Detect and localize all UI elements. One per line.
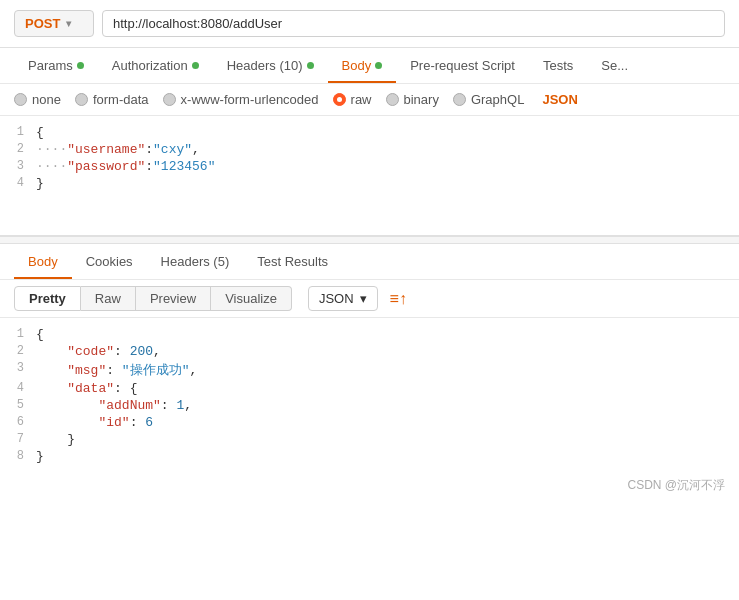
resp-line-2: 2 "code": 200, (0, 343, 739, 360)
radio-graphql[interactable]: GraphQL (453, 92, 524, 107)
radio-none[interactable]: none (14, 92, 61, 107)
radio-urlencoded-circle (163, 93, 176, 106)
req-code-3: ····"password":"123456" (36, 159, 215, 174)
resp-tab-headers-label: Headers (5) (161, 254, 230, 269)
tab-body-label: Body (342, 58, 372, 73)
resp-linenum-2: 2 (0, 344, 36, 358)
resp-tab-cookies-label: Cookies (86, 254, 133, 269)
method-text: POST (25, 16, 60, 31)
resp-tab-body[interactable]: Body (14, 244, 72, 279)
resp-code-3: "msg": "操作成功", (36, 361, 197, 379)
tab-tests[interactable]: Tests (529, 48, 587, 83)
watermark-text: CSDN @沉河不浮 (627, 478, 725, 492)
req-code-2: ····"username":"cxy", (36, 142, 200, 157)
body-dot (375, 62, 382, 69)
filter-icon[interactable]: ≡↑ (390, 290, 407, 308)
authorization-dot (192, 62, 199, 69)
req-linenum-4: 4 (0, 176, 36, 190)
params-dot (77, 62, 84, 69)
resp-line-6: 6 "id": 6 (0, 414, 739, 431)
req-line-4: 4 } (0, 175, 739, 192)
req-linenum-2: 2 (0, 142, 36, 156)
tab-prerequest[interactable]: Pre-request Script (396, 48, 529, 83)
fmt-raw[interactable]: Raw (81, 286, 136, 311)
fmt-visualize[interactable]: Visualize (211, 286, 292, 311)
fmt-preview[interactable]: Preview (136, 286, 211, 311)
response-code: 1 { 2 "code": 200, 3 "msg": "操作成功", 4 "d… (0, 318, 739, 473)
resp-line-7: 7 } (0, 431, 739, 448)
tab-settings-label: Se... (601, 58, 628, 73)
resp-line-4: 4 "data": { (0, 380, 739, 397)
req-code-1: { (36, 125, 44, 140)
resp-linenum-3: 3 (0, 361, 36, 375)
format-bar: Pretty Raw Preview Visualize JSON ▾ ≡↑ (0, 280, 739, 318)
method-select[interactable]: POST ▾ (14, 10, 94, 37)
req-line-1: 1 { (0, 124, 739, 141)
format-right: JSON ▾ ≡↑ (308, 286, 407, 311)
json-dropdown-label: JSON (319, 291, 354, 306)
resp-line-5: 5 "addNum": 1, (0, 397, 739, 414)
tab-settings[interactable]: Se... (587, 48, 642, 83)
tab-params[interactable]: Params (14, 48, 98, 83)
radio-urlencoded-label: x-www-form-urlencoded (181, 92, 319, 107)
resp-code-7: } (36, 432, 75, 447)
radio-raw-label: raw (351, 92, 372, 107)
resp-linenum-7: 7 (0, 432, 36, 446)
resp-code-6: "id": 6 (36, 415, 153, 430)
resp-tab-headers[interactable]: Headers (5) (147, 244, 244, 279)
resp-tab-testresults-label: Test Results (257, 254, 328, 269)
resp-linenum-8: 8 (0, 449, 36, 463)
radio-binary[interactable]: binary (386, 92, 439, 107)
resp-code-4: "data": { (36, 381, 137, 396)
radio-binary-label: binary (404, 92, 439, 107)
request-code-editor[interactable]: 1 { 2 ····"username":"cxy", 3 ····"passw… (0, 116, 739, 236)
resp-linenum-6: 6 (0, 415, 36, 429)
fmt-pretty[interactable]: Pretty (14, 286, 81, 311)
tab-headers[interactable]: Headers (10) (213, 48, 328, 83)
resp-line-3: 3 "msg": "操作成功", (0, 360, 739, 380)
radio-urlencoded[interactable]: x-www-form-urlencoded (163, 92, 319, 107)
req-line-2: 2 ····"username":"cxy", (0, 141, 739, 158)
resp-code-1: { (36, 327, 44, 342)
resp-line-1: 1 { (0, 326, 739, 343)
resp-code-5: "addNum": 1, (36, 398, 192, 413)
resp-tab-testresults[interactable]: Test Results (243, 244, 342, 279)
json-dropdown-chevron: ▾ (360, 291, 367, 306)
request-tabs-row: Params Authorization Headers (10) Body P… (0, 48, 739, 84)
radio-none-label: none (32, 92, 61, 107)
resp-linenum-4: 4 (0, 381, 36, 395)
radio-binary-circle (386, 93, 399, 106)
resp-line-8: 8 } (0, 448, 739, 465)
resp-tab-body-label: Body (28, 254, 58, 269)
headers-dot (307, 62, 314, 69)
tab-params-label: Params (28, 58, 73, 73)
resp-code-2: "code": 200, (36, 344, 161, 359)
tab-body[interactable]: Body (328, 48, 397, 83)
resp-linenum-5: 5 (0, 398, 36, 412)
radio-formdata-circle (75, 93, 88, 106)
resp-linenum-1: 1 (0, 327, 36, 341)
url-input[interactable] (102, 10, 725, 37)
watermark: CSDN @沉河不浮 (0, 473, 739, 498)
body-type-row: none form-data x-www-form-urlencoded raw… (0, 84, 739, 116)
json-type-label[interactable]: JSON (542, 92, 577, 107)
tab-authorization[interactable]: Authorization (98, 48, 213, 83)
radio-raw-circle (333, 93, 346, 106)
tab-tests-label: Tests (543, 58, 573, 73)
radio-graphql-label: GraphQL (471, 92, 524, 107)
req-code-4: } (36, 176, 44, 191)
tab-headers-label: Headers (10) (227, 58, 303, 73)
resp-tab-cookies[interactable]: Cookies (72, 244, 147, 279)
radio-raw[interactable]: raw (333, 92, 372, 107)
chevron-down-icon: ▾ (66, 18, 71, 29)
req-linenum-1: 1 (0, 125, 36, 139)
req-line-3: 3 ····"password":"123456" (0, 158, 739, 175)
resp-code-8: } (36, 449, 44, 464)
radio-none-circle (14, 93, 27, 106)
radio-formdata-label: form-data (93, 92, 149, 107)
tab-authorization-label: Authorization (112, 58, 188, 73)
tab-prerequest-label: Pre-request Script (410, 58, 515, 73)
radio-formdata[interactable]: form-data (75, 92, 149, 107)
section-divider (0, 236, 739, 244)
json-dropdown[interactable]: JSON ▾ (308, 286, 378, 311)
